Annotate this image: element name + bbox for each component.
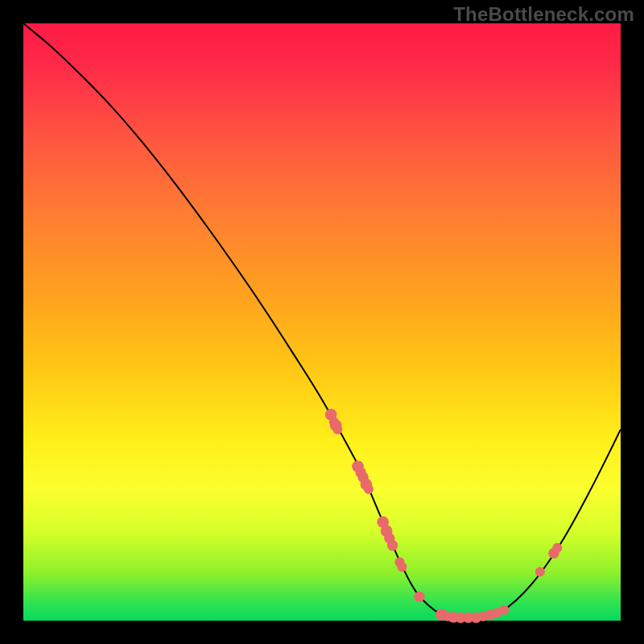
curve-marker [552,543,562,552]
watermark-label: TheBottleneck.com [453,3,634,26]
curve-marker [535,567,545,576]
curve-marker [499,605,509,615]
curve-marker [387,540,398,551]
curve-marker [397,562,407,572]
curve-marker [332,425,342,435]
curve-svg [23,23,621,621]
chart-frame: TheBottleneck.com [0,0,644,644]
plot-area [23,23,621,621]
bottleneck-curve [23,23,621,618]
curve-marker [414,592,424,602]
curve-marker [364,485,374,494]
